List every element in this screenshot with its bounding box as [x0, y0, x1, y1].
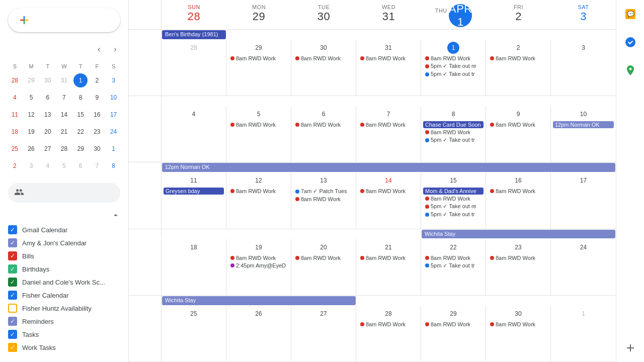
- cell-date-number[interactable]: 21: [382, 241, 394, 253]
- cell-date-number[interactable]: 20: [317, 241, 330, 253]
- mini-cal-day[interactable]: 20: [41, 125, 55, 139]
- calendar-day-cell[interactable]: 27: [291, 306, 356, 361]
- mini-cal-day[interactable]: 29: [24, 73, 38, 87]
- mini-cal-day[interactable]: 1: [73, 73, 88, 87]
- calendar-day-cell[interactable]: 58am RWD Work: [226, 106, 291, 162]
- cell-date-number[interactable]: 19: [253, 241, 265, 253]
- mini-cal-day[interactable]: 16: [90, 108, 104, 122]
- dot-event[interactable]: 8am RWD Work: [358, 254, 419, 261]
- cell-date-number[interactable]: 14: [382, 174, 394, 187]
- cell-date-number[interactable]: 27: [317, 308, 330, 320]
- calendar-day-cell[interactable]: 137am ✓ Patch Tues8am RWD Work: [291, 172, 356, 228]
- span-event[interactable]: 12pm Norman OK: [162, 163, 615, 172]
- calendar-item[interactable]: Gmail Calendar: [4, 223, 124, 236]
- dot-event[interactable]: 8am RWD Work: [423, 321, 484, 328]
- calendar-checkbox[interactable]: [8, 278, 17, 287]
- calendar-day-cell[interactable]: 238am RWD Work: [486, 239, 551, 295]
- calendar-item[interactable]: Reminders: [4, 315, 124, 328]
- cell-date-number[interactable]: 28: [188, 42, 200, 54]
- cell-date-number[interactable]: 12: [253, 174, 265, 187]
- mini-cal-day[interactable]: 28: [8, 73, 22, 87]
- chat-icon[interactable]: 💬: [620, 4, 640, 24]
- calendar-item[interactable]: Tasks: [4, 328, 124, 341]
- cell-date-number[interactable]: 18: [188, 241, 200, 253]
- calendar-item[interactable]: Amy & Jon's Calendar: [4, 236, 124, 249]
- cell-date-number[interactable]: 3: [578, 42, 590, 54]
- dot-event[interactable]: 8am RWD Work: [488, 121, 548, 128]
- cell-date-number[interactable]: 17: [578, 174, 590, 187]
- search-people-button[interactable]: [8, 183, 120, 203]
- calendar-checkbox[interactable]: [8, 238, 17, 247]
- cell-date-number[interactable]: 15: [447, 174, 459, 187]
- calendar-checkbox[interactable]: [8, 225, 17, 234]
- mini-cal-day[interactable]: 5: [24, 90, 38, 105]
- mini-cal-day[interactable]: 25: [8, 142, 22, 156]
- calendar-day-cell[interactable]: 308am RWD Work: [486, 306, 551, 361]
- mini-cal-day[interactable]: 18: [8, 125, 22, 139]
- cell-date-number[interactable]: 29: [253, 42, 265, 54]
- mini-cal-day[interactable]: 2: [8, 159, 22, 173]
- calendar-checkbox[interactable]: [8, 264, 17, 274]
- dot-event[interactable]: 8am RWD Work: [293, 121, 354, 128]
- mini-cal-day[interactable]: 7: [57, 90, 71, 105]
- mini-cal-day[interactable]: 23: [90, 125, 104, 139]
- mini-cal-day[interactable]: 21: [57, 125, 71, 139]
- dot-event[interactable]: 8am RWD Work: [488, 254, 548, 261]
- calendar-item[interactable]: Work Tasks: [4, 341, 124, 354]
- calendar-day-cell[interactable]: 218am RWD Work: [356, 239, 421, 295]
- dot-event[interactable]: 8am RWD Work: [423, 195, 484, 202]
- calendar-day-cell[interactable]: 78am RWD Work: [356, 106, 421, 162]
- dot-event[interactable]: 8am RWD Work: [293, 254, 354, 261]
- cell-date-number[interactable]: 30: [512, 308, 524, 320]
- cell-date-number[interactable]: 28: [382, 308, 394, 320]
- cell-date-number[interactable]: 4: [188, 108, 200, 120]
- dot-event[interactable]: 5pm ✓ Take out re: [423, 62, 484, 70]
- calendar-day-cell[interactable]: 15Mom & Dad's Annive8am RWD Work5pm ✓ Ta…: [421, 172, 486, 228]
- dot-event[interactable]: 8am RWD Work: [228, 188, 289, 195]
- calendar-day-cell[interactable]: 26: [226, 306, 291, 361]
- dot-event[interactable]: 8am RWD Work: [488, 321, 548, 328]
- chip-event[interactable]: 12pm Norman OK: [553, 121, 614, 128]
- mini-cal-day[interactable]: 30: [41, 73, 55, 87]
- calendar-day-cell[interactable]: 24: [551, 239, 616, 295]
- mini-cal-day[interactable]: 13: [41, 108, 55, 122]
- dot-event[interactable]: 2:45pm Amy@EyeD: [228, 262, 289, 269]
- mini-cal-day[interactable]: 7: [90, 159, 104, 173]
- calendar-day-cell[interactable]: 128am RWD Work: [226, 172, 291, 228]
- cell-date-number[interactable]: 22: [447, 241, 459, 253]
- calendar-day-cell[interactable]: 18am RWD Work5pm ✓ Take out re5pm ✓ Take…: [421, 40, 486, 96]
- cell-date-number[interactable]: 6: [317, 108, 330, 120]
- cell-date-number[interactable]: 10: [578, 108, 590, 120]
- mini-cal-day[interactable]: 10: [107, 90, 121, 105]
- mini-cal-day[interactable]: 1: [107, 142, 121, 156]
- add-icon[interactable]: [620, 338, 640, 358]
- mini-cal-day[interactable]: 11: [8, 108, 22, 122]
- mini-cal-day[interactable]: 8: [73, 90, 88, 105]
- dot-event[interactable]: 5pm ✓ Take out tr: [423, 136, 484, 144]
- span-event[interactable]: Wichita Stay: [162, 296, 356, 305]
- calendar-day-cell[interactable]: 168am RWD Work: [486, 172, 551, 228]
- span-event[interactable]: Ben's Birthday (1981): [162, 30, 226, 39]
- calendar-checkbox[interactable]: [8, 251, 17, 260]
- calendar-day-cell[interactable]: 1: [551, 306, 616, 361]
- my-calendars-header[interactable]: [4, 209, 124, 223]
- dot-event[interactable]: 5pm ✓ Take out tr: [423, 211, 484, 218]
- cell-date-number[interactable]: 30: [317, 42, 330, 54]
- mini-cal-day[interactable]: 24: [107, 125, 121, 139]
- calendar-day-cell[interactable]: 208am RWD Work: [291, 239, 356, 295]
- mini-cal-day[interactable]: 12: [24, 108, 38, 122]
- dot-event[interactable]: 8am RWD Work: [423, 254, 484, 261]
- calendar-day-cell[interactable]: 298am RWD Work: [226, 40, 291, 96]
- calendar-day-cell[interactable]: 68am RWD Work: [291, 106, 356, 162]
- mini-cal-day[interactable]: 22: [73, 125, 88, 139]
- dot-event[interactable]: 8am RWD Work: [358, 188, 419, 195]
- calendar-day-cell[interactable]: 11Greysen bday: [162, 172, 226, 228]
- calendar-checkbox[interactable]: [8, 330, 17, 339]
- mini-cal-day[interactable]: 19: [24, 125, 38, 139]
- calendar-item[interactable]: Fisher Calendar: [4, 289, 124, 302]
- dot-event[interactable]: 8am RWD Work: [293, 196, 354, 203]
- calendar-item[interactable]: Birthdays: [4, 262, 124, 276]
- cell-date-number[interactable]: 31: [382, 42, 394, 54]
- cell-date-number[interactable]: 11: [188, 174, 200, 187]
- mini-cal-day[interactable]: 3: [107, 73, 121, 87]
